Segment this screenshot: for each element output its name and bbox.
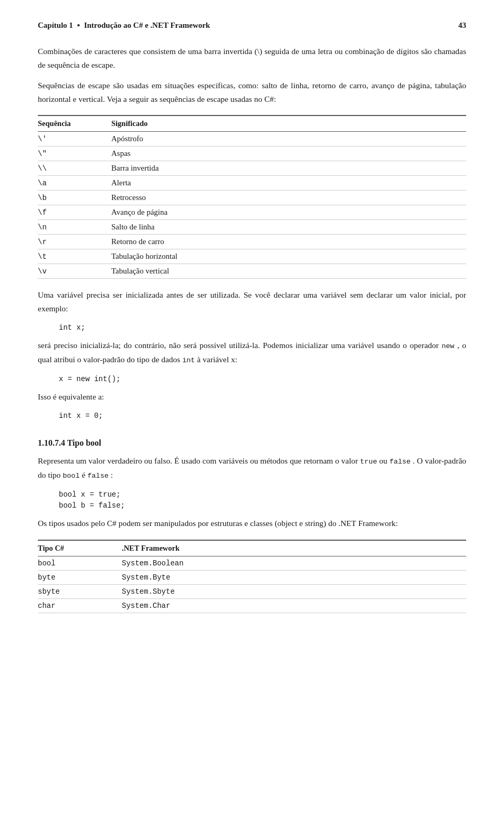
escape-meaning: Salto de linha <box>111 220 466 235</box>
chapter-subtitle: Introdução ao C# e .NET Framework <box>84 21 210 29</box>
paragraph-4: Isso é equivalente a: <box>38 390 466 404</box>
code-block-bool: bool x = true; bool b = false; <box>59 489 466 511</box>
paragraph-5: Representa um valor verdadeiro ou falso.… <box>38 454 466 482</box>
types-table: Tipo C# .NET Framework boolSystem.Boolea… <box>38 540 466 613</box>
para5-text3: é <box>82 470 86 479</box>
code-line-2: bool b = false; <box>59 500 466 511</box>
types-table-row: byteSystem.Byte <box>38 570 466 584</box>
escape-table-row: \"Aspas <box>38 146 466 161</box>
escape-seq: \a <box>38 176 111 191</box>
escape-table-row: \bRetrocesso <box>38 191 466 205</box>
escape-meaning: Barra invertida <box>111 161 466 176</box>
escape-meaning: Tabulação vertical <box>111 264 466 279</box>
escape-meaning: Retorno de carro <box>111 235 466 249</box>
escape-table-row: \rRetorno de carro <box>38 235 466 249</box>
escape-table-row: \\Barra invertida <box>38 161 466 176</box>
escape-meaning: Aspas <box>111 146 466 161</box>
escape-table-col1: Sequência <box>38 115 111 132</box>
paragraph-3-after: será preciso inicializá-la; do contrário… <box>38 339 466 366</box>
paragraph-2: Sequências de escape são usadas em situa… <box>38 79 466 106</box>
escape-table-row: \tTabulação horizontal <box>38 249 466 264</box>
escape-seq: \r <box>38 235 111 249</box>
paragraph-1: Combinações de caracteres que consistem … <box>38 45 466 71</box>
escape-seq: \' <box>38 132 111 146</box>
code-block-int-x-0: int x = 0; <box>59 411 466 422</box>
escape-seq: \\ <box>38 161 111 176</box>
page-header: Capítulo 1 ▪ Introdução ao C# e .NET Fra… <box>38 21 466 30</box>
code-int: int <box>182 356 195 364</box>
escape-table-header-row: Sequência Significado <box>38 115 466 132</box>
para5-ou: ou <box>379 456 387 465</box>
types-table-header-row: Tipo C# .NET Framework <box>38 540 466 556</box>
code-block-int-x: int x; <box>59 322 466 333</box>
escape-table-row: \fAvanço de página <box>38 205 466 220</box>
escape-table-row: \aAlerta <box>38 176 466 191</box>
netfw-type: System.Boolean <box>122 556 466 570</box>
escape-meaning: Avanço de página <box>111 205 466 220</box>
page-number: 43 <box>458 21 466 30</box>
netfw-type: System.Sbyte <box>122 584 466 598</box>
chapter-label: Capítulo 1 <box>38 21 73 29</box>
escape-seq: \f <box>38 205 111 220</box>
code-false: false <box>390 458 411 466</box>
escape-table: Sequência Significado \'Apóstrofo\"Aspas… <box>38 115 466 279</box>
escape-table-col2: Significado <box>111 115 466 132</box>
netfw-type: System.Byte <box>122 570 466 584</box>
escape-table-row: \nSalto de linha <box>38 220 466 235</box>
escape-seq: \n <box>38 220 111 235</box>
csharp-type: char <box>38 598 122 613</box>
escape-meaning: Apóstrofo <box>111 132 466 146</box>
csharp-type: sbyte <box>38 584 122 598</box>
escape-seq: \t <box>38 249 111 264</box>
para3-text1: será preciso inicializá-la; do contrário… <box>38 341 439 350</box>
para5-text1: Representa um valor verdadeiro ou falso.… <box>38 456 358 465</box>
escape-meaning: Retrocesso <box>111 191 466 205</box>
csharp-type: bool <box>38 556 122 570</box>
types-table-col2: .NET Framework <box>122 540 466 556</box>
types-table-row: boolSystem.Boolean <box>38 556 466 570</box>
escape-meaning: Alerta <box>111 176 466 191</box>
code-line-1: bool x = true; <box>59 489 466 500</box>
escape-table-row: \'Apóstrofo <box>38 132 466 146</box>
escape-seq: \b <box>38 191 111 205</box>
code-true: true <box>360 458 377 466</box>
para3-text3: à variável x: <box>197 355 237 364</box>
header-separator: ▪ <box>77 21 82 29</box>
code-bool: bool <box>62 472 79 480</box>
code-false2: false <box>87 472 109 480</box>
section-heading-bool: 1.10.7.4 Tipo bool <box>38 438 466 448</box>
types-table-col1: Tipo C# <box>38 540 122 556</box>
code-new: new <box>442 342 454 350</box>
chapter-title: Capítulo 1 ▪ Introdução ao C# e .NET Fra… <box>38 21 210 30</box>
netfw-type: System.Char <box>122 598 466 613</box>
page: Capítulo 1 ▪ Introdução ao C# e .NET Fra… <box>0 0 504 820</box>
escape-seq: \v <box>38 264 111 279</box>
csharp-type: byte <box>38 570 122 584</box>
paragraph-6: Os tipos usados pelo C# podem ser manipu… <box>38 517 466 530</box>
escape-meaning: Tabulação horizontal <box>111 249 466 264</box>
types-table-row: charSystem.Char <box>38 598 466 613</box>
code-block-new-int: x = new int(); <box>59 374 466 385</box>
escape-table-row: \vTabulação vertical <box>38 264 466 279</box>
paragraph-3-before: Uma variável precisa ser inicializada an… <box>38 288 466 315</box>
escape-seq: \" <box>38 146 111 161</box>
types-table-row: sbyteSystem.Sbyte <box>38 584 466 598</box>
para5-end: : <box>111 470 113 479</box>
